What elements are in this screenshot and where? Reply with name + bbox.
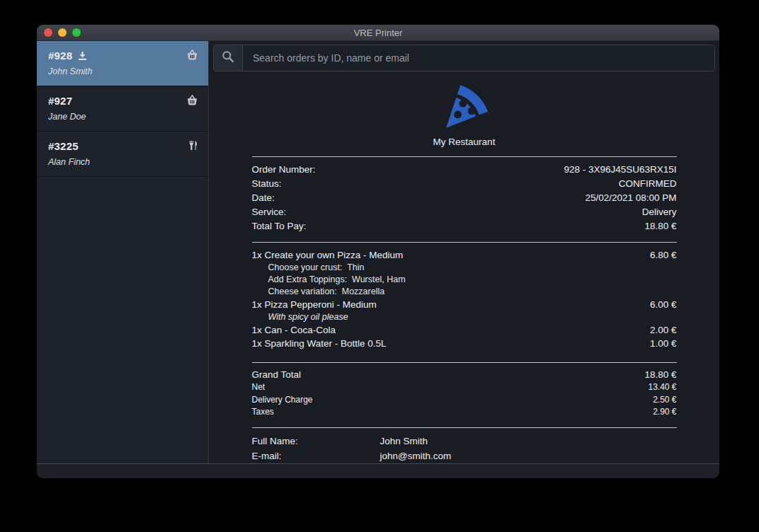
total-label: Delivery Charge [252, 394, 313, 407]
minimize-window-button[interactable] [58, 28, 67, 37]
basket-icon [186, 96, 198, 108]
receipt-item: 1x Can - Coca-Cola2.00 € [252, 323, 677, 337]
receipt-item: 1x Sparkling Water - Bottle 0.5L1.00 € [252, 337, 677, 350]
summary-label: Date: [252, 191, 275, 205]
summary-label: Service: [252, 205, 287, 219]
order-list: #928John Smith#927Jane Doe#3225Alan Finc… [37, 41, 208, 177]
receipt-item: 1x Pizza Pepperoni - Medium6.00 €With sp… [252, 298, 677, 323]
grand-total-label: Grand Total [252, 368, 302, 381]
item-option: Add Extra Toppings: Wurstel, Ham [252, 274, 677, 286]
status-bar [37, 463, 719, 478]
order-row-top: #927 [48, 95, 198, 107]
customer-value: john@smith.com [380, 449, 452, 463]
window-title: VRE Printer [354, 28, 403, 38]
close-window-button[interactable] [44, 28, 52, 37]
item-price: 1.00 € [650, 337, 677, 350]
order-id: #928 [48, 50, 72, 62]
total-value: 13.40 € [648, 381, 676, 394]
search-input[interactable] [243, 45, 714, 71]
total-label: Taxes [252, 406, 274, 419]
order-customer-name: Jane Doe [48, 112, 198, 122]
restaurant-logo: My Restaurant [252, 81, 677, 147]
title-bar: VRE Printer [37, 25, 719, 41]
summary-row: Order Number:928 - 3X96J45SU63RX15I [252, 163, 677, 177]
order-customer-name: John Smith [48, 66, 198, 76]
summary-label: Order Number: [252, 163, 316, 177]
item-price: 6.00 € [650, 298, 677, 311]
summary-value: CONFIRMED [619, 177, 677, 191]
grand-total-value: 18.80 € [644, 368, 676, 381]
item-line: 1x Pizza Pepperoni - Medium6.00 € [252, 298, 677, 311]
receipt: My Restaurant Order Number:928 - 3X96J45… [252, 71, 677, 463]
order-customer-name: Alan Finch [48, 157, 198, 167]
order-list-item[interactable]: #928John Smith [37, 41, 208, 86]
receipt-item: 1x Create your own Pizza - Medium6.80 €C… [252, 248, 677, 298]
item-option: Choose your crust: Thin [252, 262, 677, 274]
app-body: #928John Smith#927Jane Doe#3225Alan Finc… [37, 41, 719, 463]
summary-value: Delivery [642, 205, 677, 219]
receipt-items: 1x Create your own Pizza - Medium6.80 €C… [252, 243, 677, 362]
item-price: 2.00 € [650, 323, 677, 337]
app-window: VRE Printer #928John Smith#927Jane Doe#3… [37, 25, 719, 478]
pizza-logo-icon [252, 81, 677, 130]
item-line: 1x Sparkling Water - Bottle 0.5L1.00 € [252, 337, 677, 350]
item-name: 1x Create your own Pizza - Medium [252, 248, 404, 262]
main-panel: My Restaurant Order Number:928 - 3X96J45… [209, 41, 719, 463]
item-option: Cheese variation: Mozzarella [252, 286, 677, 298]
order-id: #3225 [48, 140, 79, 152]
summary-value: 18.80 € [644, 219, 676, 233]
dining-icon [188, 141, 198, 153]
customer-label: Full Name: [252, 434, 380, 449]
basket-icon [186, 50, 198, 62]
search-icon [222, 50, 234, 66]
order-list-item[interactable]: #3225Alan Finch [37, 132, 208, 177]
customer-row: E-mail:john@smith.com [252, 449, 677, 463]
total-value: 2.90 € [653, 406, 676, 419]
customer-row: Full Name:John Smith [252, 434, 677, 449]
item-name: 1x Pizza Pepperoni - Medium [252, 298, 377, 311]
summary-row: Date:25/02/2021 08:00 PM [252, 191, 677, 205]
restaurant-name: My Restaurant [252, 137, 677, 147]
summary-value: 928 - 3X96J45SU63RX15I [564, 163, 676, 177]
item-name: 1x Sparkling Water - Bottle 0.5L [252, 337, 387, 350]
item-line: 1x Can - Coca-Cola2.00 € [252, 323, 677, 337]
total-row: Delivery Charge2.50 € [252, 394, 677, 407]
total-row: Net13.40 € [252, 381, 677, 394]
search-icon-cell [214, 45, 243, 71]
grand-total-row: Grand Total18.80 € [252, 368, 677, 381]
receipt-totals: Grand Total18.80 €Net13.40 €Delivery Cha… [252, 363, 677, 427]
order-row-top: #928 [48, 50, 198, 62]
total-row: Taxes2.90 € [252, 406, 677, 419]
receipt-customer: Full Name:John SmithE-mail:john@smith.co… [252, 428, 677, 464]
orders-sidebar: #928John Smith#927Jane Doe#3225Alan Finc… [37, 41, 209, 463]
total-value: 2.50 € [653, 394, 676, 407]
item-line: 1x Create your own Pizza - Medium6.80 € [252, 248, 677, 262]
customer-value: John Smith [380, 434, 428, 449]
summary-value: 25/02/2021 08:00 PM [585, 191, 676, 205]
search-bar [213, 45, 715, 71]
window-controls [44, 28, 81, 37]
order-row-top: #3225 [48, 140, 198, 152]
item-note: With spicy oil please [252, 311, 677, 323]
order-list-item[interactable]: #927Jane Doe [37, 86, 208, 132]
download-icon [77, 51, 88, 61]
order-id: #927 [48, 95, 72, 107]
summary-label: Status: [252, 177, 282, 191]
summary-row: Service:Delivery [252, 205, 677, 219]
zoom-window-button[interactable] [72, 28, 81, 37]
summary-row: Status:CONFIRMED [252, 177, 677, 191]
summary-row: Total To Pay:18.80 € [252, 219, 677, 233]
item-name: 1x Can - Coca-Cola [252, 323, 336, 337]
total-label: Net [252, 381, 266, 394]
receipt-summary: Order Number:928 - 3X96J45SU63RX15IStatu… [252, 157, 677, 242]
item-price: 6.80 € [650, 248, 677, 262]
customer-label: E-mail: [252, 449, 380, 463]
summary-label: Total To Pay: [252, 219, 307, 233]
